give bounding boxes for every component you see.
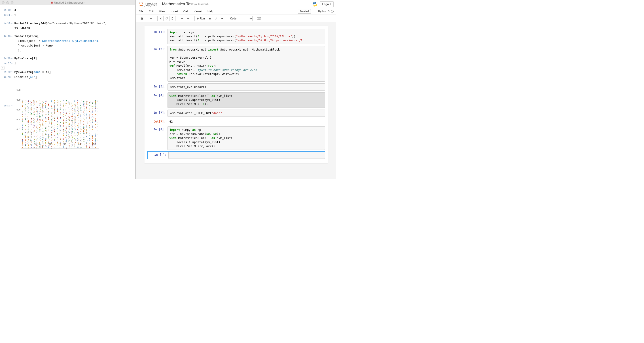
jupyter-body[interactable]: In [1]: import os, sys sys.path.insert(0… xyxy=(136,22,336,179)
copy-button[interactable] xyxy=(164,16,170,21)
svg-point-622 xyxy=(41,131,41,132)
svg-point-1707 xyxy=(72,112,73,112)
move-up-button[interactable] xyxy=(179,16,185,21)
svg-point-1501 xyxy=(66,102,67,102)
cell-type-select[interactable]: Code xyxy=(228,16,253,21)
cell-in-6[interactable]: In[6]:= PyEvaluate[doop = 42] xyxy=(2,70,133,75)
svg-point-1006 xyxy=(51,101,52,102)
code-input[interactable]: with MathematicaBlock() as sym_list: loc… xyxy=(168,92,325,108)
save-button[interactable] xyxy=(139,16,145,21)
svg-point-2244 xyxy=(89,130,90,131)
svg-point-2008 xyxy=(82,130,82,131)
svg-point-2196 xyxy=(88,134,88,135)
cell-in-2[interactable]: In[2]:= PacletDirectoryAdd@"~/Documents/… xyxy=(2,22,133,31)
svg-point-446 xyxy=(34,140,35,140)
menu-insert[interactable]: Insert xyxy=(170,10,178,13)
svg-point-712 xyxy=(44,118,44,118)
svg-point-2140 xyxy=(86,118,86,118)
svg-point-174 xyxy=(27,132,28,133)
svg-point-1737 xyxy=(74,108,74,108)
svg-point-589 xyxy=(39,130,39,130)
svg-point-2104 xyxy=(84,103,85,103)
code-input[interactable]: from SubprocessKernel import SubprocessK… xyxy=(168,46,325,82)
code-input[interactable] xyxy=(168,152,325,159)
svg-point-1593 xyxy=(69,145,70,146)
interrupt-button[interactable] xyxy=(206,16,213,21)
menu-file[interactable]: File xyxy=(139,10,143,13)
svg-point-362 xyxy=(33,140,33,140)
add-cell-button[interactable] xyxy=(148,16,154,21)
svg-point-237 xyxy=(28,132,28,133)
svg-point-597 xyxy=(39,147,40,148)
svg-point-949 xyxy=(50,147,50,147)
svg-point-530 xyxy=(37,126,38,126)
code-input[interactable]: import os, sys sys.path.insert(0, os.pat… xyxy=(168,29,325,44)
paste-button[interactable] xyxy=(170,16,176,21)
notebook-title[interactable]: Mathematica Test xyxy=(162,2,194,6)
svg-point-2087 xyxy=(84,135,85,135)
svg-point-1528 xyxy=(68,119,68,119)
svg-point-2206 xyxy=(88,146,88,147)
svg-point-2335 xyxy=(92,143,93,144)
svg-point-1513 xyxy=(68,136,68,137)
svg-point-2310 xyxy=(92,135,93,136)
svg-point-370 xyxy=(33,117,33,118)
svg-point-1880 xyxy=(79,147,79,147)
trusted-badge[interactable]: Trusted xyxy=(298,9,310,14)
svg-point-57 xyxy=(22,125,23,126)
cell-in-5[interactable]: In[5]:= PyEvaluate[1] xyxy=(2,56,133,61)
svg-point-1347 xyxy=(62,139,62,140)
restart-run-all-button[interactable] xyxy=(219,16,225,21)
code-cell-empty[interactable]: In [ ]: xyxy=(147,152,325,159)
cell-in-4[interactable]: In[4]:= InstallPython[ LinkObject -> Sub… xyxy=(2,34,133,53)
svg-point-1451 xyxy=(65,118,65,118)
code-input[interactable]: ker.start_evaluator() xyxy=(168,84,325,90)
run-button[interactable]: Run xyxy=(194,16,207,21)
svg-point-2150 xyxy=(86,113,86,113)
svg-point-447 xyxy=(34,128,35,129)
svg-point-349 xyxy=(32,133,32,134)
svg-point-200 xyxy=(27,112,27,113)
svg-point-1303 xyxy=(60,147,61,147)
menu-help[interactable]: Help xyxy=(208,10,214,13)
svg-point-1025 xyxy=(53,101,53,102)
svg-point-1684 xyxy=(72,139,73,140)
code-input[interactable]: import numpy as np arr = np.random.rand(… xyxy=(168,126,325,150)
svg-point-2454 xyxy=(95,108,96,109)
command-palette-button[interactable] xyxy=(256,16,262,21)
svg-point-225 xyxy=(28,144,29,144)
cell-in-7[interactable]: In[7]:= ListPlot[arr] xyxy=(2,75,133,80)
kernel-indicator-icon[interactable] xyxy=(331,10,334,13)
code-cell-4[interactable]: In [4]: with MathematicaBlock() as sym_l… xyxy=(147,92,325,108)
code-cell-3[interactable]: In [3]: ker.start_evaluator() xyxy=(147,83,325,91)
svg-point-2394 xyxy=(94,116,94,117)
menu-kernel[interactable]: Kernel xyxy=(194,10,202,13)
logout-button[interactable]: Logout xyxy=(320,1,334,7)
menu-cell[interactable]: Cell xyxy=(183,10,188,13)
code-cell-1[interactable]: In [1]: import os, sys sys.path.insert(0… xyxy=(147,28,325,44)
svg-point-376 xyxy=(33,103,33,103)
svg-point-760 xyxy=(45,138,46,139)
svg-point-1229 xyxy=(59,111,59,111)
svg-point-1663 xyxy=(72,121,73,122)
svg-point-180 xyxy=(27,103,27,103)
code-cell-8[interactable]: In [8]: import numpy as np arr = np.rand… xyxy=(147,126,325,150)
svg-point-1031 xyxy=(53,117,53,118)
svg-point-2275 xyxy=(90,120,91,120)
cut-button[interactable] xyxy=(158,16,164,21)
code-input[interactable]: ker.evaluator._EXEC_ENV["doop"] xyxy=(168,110,325,117)
restart-button[interactable] xyxy=(213,16,219,21)
svg-point-2185 xyxy=(88,130,88,131)
code-cell-2[interactable]: In [2]: from SubprocessKernel import Sub… xyxy=(147,46,325,82)
svg-point-989 xyxy=(51,122,52,122)
cell-divider[interactable] xyxy=(2,68,133,68)
menu-view[interactable]: View xyxy=(159,10,165,13)
move-down-button[interactable] xyxy=(185,16,191,21)
cell-in-1[interactable]: In[1]:= X xyxy=(2,8,133,13)
code-cell-7[interactable]: In [7]: ker.evaluator._EXEC_ENV["doop"] xyxy=(147,109,325,117)
kernel-name[interactable]: Python 3 xyxy=(318,10,330,13)
mathematica-content[interactable]: In[1]:= X Out[1]= 1 In[2]:= PacletDirect… xyxy=(0,5,135,179)
menu-edit[interactable]: Edit xyxy=(149,10,154,13)
jupyter-logo[interactable]: jupyter xyxy=(139,2,157,7)
svg-point-1729 xyxy=(74,115,74,115)
